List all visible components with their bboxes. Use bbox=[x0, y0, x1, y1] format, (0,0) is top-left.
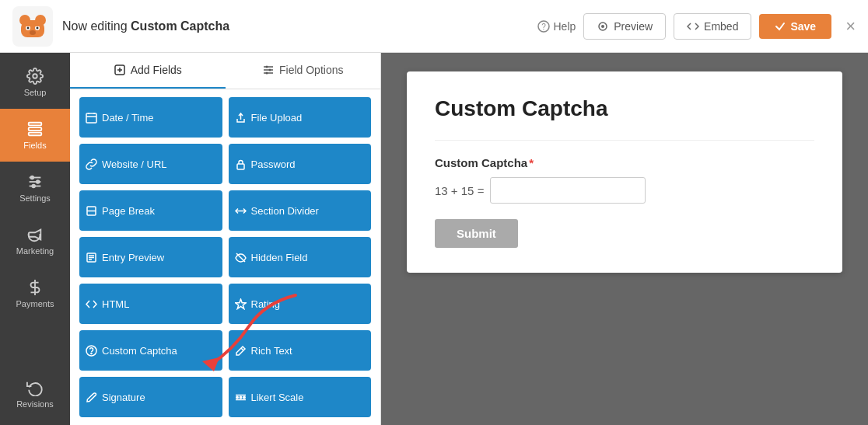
svg-point-12 bbox=[601, 25, 604, 28]
sidebar-item-fields[interactable]: Fields bbox=[0, 109, 70, 162]
sidebar-item-marketing[interactable]: Marketing bbox=[0, 214, 70, 267]
field-btn-page-break[interactable]: Page Break bbox=[79, 190, 222, 231]
svg-point-21 bbox=[37, 180, 40, 183]
svg-rect-8 bbox=[23, 20, 42, 26]
field-btn-rating[interactable]: Rating bbox=[229, 284, 372, 324]
field-btn-date-time[interactable]: Date / Time bbox=[79, 97, 222, 138]
svg-rect-33 bbox=[86, 113, 96, 123]
page-break-icon bbox=[86, 205, 97, 217]
svg-rect-15 bbox=[29, 127, 42, 131]
sidebar-item-settings[interactable]: Settings bbox=[0, 162, 70, 214]
fields-grid: Date / Time File Upload Website / URL bbox=[70, 89, 380, 425]
field-btn-rich-text[interactable]: Rich Text bbox=[229, 330, 372, 371]
svg-point-20 bbox=[31, 176, 34, 179]
captcha-row: 13 + 15 = bbox=[435, 177, 814, 204]
field-btn-website-url[interactable]: Website / URL bbox=[79, 144, 222, 184]
divider-icon bbox=[235, 205, 247, 217]
svg-point-5 bbox=[27, 26, 30, 29]
dollar-icon bbox=[26, 279, 44, 296]
svg-point-22 bbox=[32, 185, 35, 188]
main-layout: Setup Fields Settings Marketi bbox=[0, 53, 868, 425]
svg-point-31 bbox=[269, 69, 271, 71]
sidebar: Setup Fields Settings Marketi bbox=[0, 53, 70, 425]
fields-panel: Add Fields Field Options bbox=[70, 53, 381, 425]
link-icon bbox=[86, 159, 97, 170]
question-icon bbox=[86, 345, 97, 357]
submit-button[interactable]: Submit bbox=[435, 219, 518, 248]
close-button[interactable]: × bbox=[845, 16, 856, 37]
form-card: Custom Captcha Custom Captcha* 13 + 15 =… bbox=[407, 71, 842, 273]
svg-point-7 bbox=[30, 30, 36, 35]
field-btn-hidden-field[interactable]: Hidden Field bbox=[229, 237, 372, 277]
svg-rect-14 bbox=[29, 123, 42, 126]
code-icon bbox=[86, 298, 97, 310]
svg-point-52 bbox=[240, 396, 241, 398]
calendar-icon bbox=[86, 112, 97, 124]
svg-line-50 bbox=[241, 348, 243, 350]
save-check-icon bbox=[775, 21, 786, 32]
star-icon bbox=[235, 298, 247, 310]
upload-icon bbox=[235, 112, 247, 124]
svg-point-51 bbox=[236, 396, 237, 398]
gear-icon bbox=[26, 68, 44, 85]
field-btn-password[interactable]: Password bbox=[229, 144, 372, 184]
hidden-icon bbox=[235, 252, 247, 263]
megaphone-icon bbox=[26, 226, 44, 243]
svg-point-30 bbox=[266, 66, 268, 68]
tab-add-fields[interactable]: Add Fields bbox=[70, 53, 226, 89]
svg-point-6 bbox=[37, 26, 39, 29]
svg-point-32 bbox=[266, 72, 268, 75]
captcha-input[interactable] bbox=[490, 177, 646, 204]
field-btn-entry-preview[interactable]: Entry Preview bbox=[79, 237, 222, 277]
svg-point-13 bbox=[33, 74, 37, 78]
form-name: Custom Captcha bbox=[131, 19, 229, 33]
sidebar-item-revisions[interactable]: Revisions bbox=[0, 368, 70, 420]
field-btn-signature[interactable]: Signature bbox=[79, 377, 222, 417]
edit-icon bbox=[235, 345, 247, 357]
add-fields-icon bbox=[114, 64, 126, 76]
lock-icon bbox=[235, 159, 247, 170]
dots-icon bbox=[235, 392, 247, 403]
help-button[interactable]: ? Help bbox=[537, 20, 576, 33]
help-icon: ? bbox=[537, 20, 550, 33]
svg-text:?: ? bbox=[542, 23, 547, 31]
preview-area: Custom Captcha Custom Captcha* 13 + 15 =… bbox=[381, 53, 868, 425]
svg-rect-16 bbox=[29, 133, 42, 136]
fields-icon bbox=[26, 120, 44, 138]
logo bbox=[12, 6, 53, 47]
sidebar-item-setup[interactable]: Setup bbox=[0, 56, 70, 109]
preview-button[interactable]: Preview bbox=[583, 13, 666, 40]
form-divider bbox=[435, 140, 814, 141]
topbar-title: Now editing Custom Captcha bbox=[62, 19, 528, 33]
form-preview-title: Custom Captcha bbox=[435, 96, 814, 121]
svg-marker-47 bbox=[235, 299, 246, 309]
entry-icon bbox=[86, 252, 97, 263]
pen-icon bbox=[86, 392, 97, 403]
field-btn-custom-captcha[interactable]: Custom Captcha bbox=[79, 330, 222, 371]
sliders-icon bbox=[26, 173, 44, 190]
captcha-equation: 13 + 15 = bbox=[435, 184, 484, 197]
field-btn-html[interactable]: HTML bbox=[79, 284, 222, 324]
svg-rect-38 bbox=[237, 164, 244, 169]
required-asterisk: * bbox=[529, 156, 534, 169]
topbar: Now editing Custom Captcha ? Help Previe… bbox=[0, 0, 868, 53]
embed-button[interactable]: Embed bbox=[674, 13, 751, 40]
field-options-icon bbox=[262, 64, 275, 76]
logo-icon bbox=[17, 11, 48, 42]
tab-field-options[interactable]: Field Options bbox=[226, 53, 381, 89]
save-button[interactable]: Save bbox=[759, 14, 831, 39]
field-btn-likert-scale[interactable]: Likert Scale bbox=[229, 377, 372, 417]
svg-point-49 bbox=[91, 353, 92, 354]
field-btn-section-divider[interactable]: Section Divider bbox=[229, 190, 372, 231]
captcha-label: Custom Captcha* bbox=[435, 156, 814, 169]
svg-point-53 bbox=[243, 396, 244, 398]
topbar-actions: ? Help Preview Embed Save × bbox=[537, 13, 856, 40]
sidebar-item-payments[interactable]: Payments bbox=[0, 267, 70, 320]
fields-tabs: Add Fields Field Options bbox=[70, 53, 380, 89]
field-btn-file-upload[interactable]: File Upload bbox=[229, 97, 372, 138]
embed-icon bbox=[687, 20, 699, 33]
refresh-icon bbox=[26, 379, 44, 396]
preview-icon bbox=[597, 20, 609, 33]
